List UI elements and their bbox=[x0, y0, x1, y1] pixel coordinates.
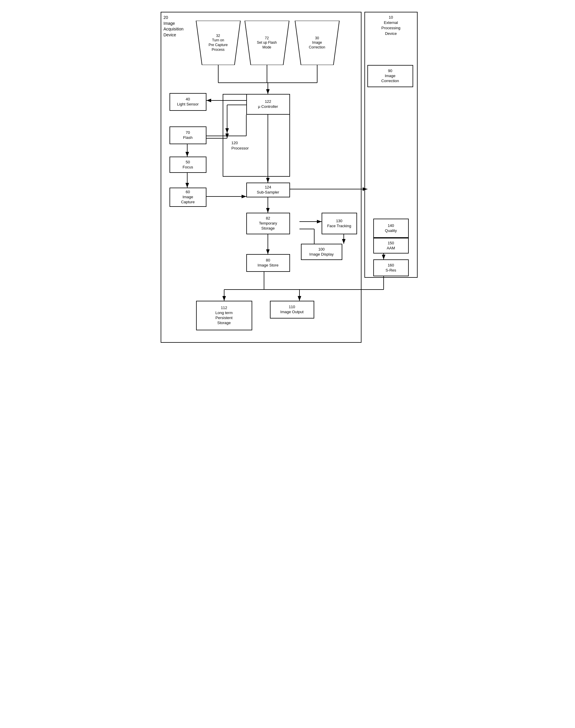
box-124-sub-sampler: 124 Sub-Sampler bbox=[246, 183, 290, 197]
box-130-face-tracking: 130 Face Tracking bbox=[322, 213, 357, 234]
box-140-quality: 140 Quality bbox=[373, 219, 409, 238]
box-110-image-output: 110 Image Output bbox=[270, 301, 314, 319]
label-20: 20 Image Acquisition Device bbox=[164, 15, 184, 38]
diagram: 20 Image Acquisition Device 10 External … bbox=[155, 6, 420, 346]
label-10: 10 External Processing Device bbox=[367, 15, 415, 36]
box-50-focus: 50 Focus bbox=[170, 157, 206, 173]
box-60-image-capture: 60 Image Capture bbox=[170, 188, 206, 207]
box-150-aam: 150 AAM bbox=[373, 238, 409, 254]
box-100-image-display: 100 Image Display bbox=[301, 244, 342, 260]
box-160-s-res: 160 S-Res bbox=[373, 259, 409, 276]
box-82-temporary-storage: 82 Temporary Storage bbox=[246, 213, 290, 234]
box-120-processor-outer bbox=[223, 94, 290, 177]
box-112-long-term-storage: 112 Long term Persistent Storage bbox=[196, 301, 252, 330]
label-120: 120 Processor bbox=[232, 140, 249, 151]
box-80-image-store: 80 Image Store bbox=[246, 254, 290, 272]
box-40-light-sensor: 40 Light Sensor bbox=[170, 93, 206, 111]
box-70-flash: 70 Flash bbox=[170, 127, 206, 144]
trapezoid-30: 30 Image Correction bbox=[289, 21, 345, 65]
box-90-image-correction: 90 Image Correction bbox=[367, 65, 413, 87]
trapezoid-32: 32 Turn on Pre Capture Process bbox=[190, 21, 246, 65]
trapezoid-72: 72 Set up Flash Mode bbox=[239, 21, 295, 65]
